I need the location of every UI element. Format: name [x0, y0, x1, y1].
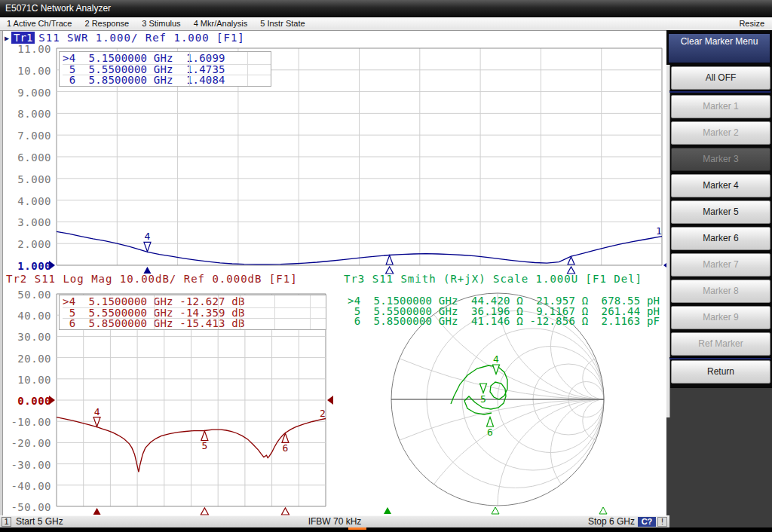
alert-indicator[interactable]: !	[657, 517, 667, 527]
marker-4-glyph[interactable]	[493, 365, 500, 375]
menubar: 1 Active Ch/Trace 2 Response 3 Stimulus …	[0, 17, 772, 31]
stimulus-marker-triangle[interactable]	[599, 507, 607, 514]
titlebar[interactable]: E5071C Network Analyzer	[0, 0, 772, 17]
marker-4-glyph[interactable]	[93, 417, 100, 427]
statusbar: 1 Start 5 GHz IFBW 70 kHz Stop 6 GHz C? …	[0, 515, 669, 528]
marker-5-glyph[interactable]	[386, 255, 393, 264]
tr3-marker-table: >4 5.1500000 GHz 44.420 Ω 21.957 Ω 678.5…	[345, 295, 664, 330]
window-left-edge	[0, 31, 3, 515]
menu-instr-state[interactable]: 5 Instr State	[260, 17, 305, 30]
softkey-marker-3[interactable]: Marker 3	[671, 148, 770, 171]
y-axis-tick: -40.00	[11, 481, 51, 492]
softkey-separator	[669, 90, 770, 93]
softkey-menu-title: Clear Marker Menu	[668, 33, 770, 63]
y-axis-tick: 40.00	[11, 310, 51, 322]
y-axis-tick: -30.00	[11, 460, 51, 471]
softkey-ref-marker: Ref Marker	[671, 332, 770, 356]
stimulus-marker-triangle[interactable]	[143, 267, 151, 274]
softkey-marker-5[interactable]: Marker 5	[671, 200, 770, 224]
taskbar-hint	[348, 527, 366, 530]
stimulus-marker-triangle[interactable]	[384, 507, 391, 514]
marker-5-glyph[interactable]	[480, 384, 487, 393]
tr1-header[interactable]: ▶Tr1S11 SWR 1.000/ Ref 1.000 [F1]	[5, 32, 245, 44]
marker-6-glyph[interactable]	[487, 417, 494, 427]
y-axis-tick: 10.00	[11, 66, 51, 77]
menu-resize[interactable]: Resize	[739, 17, 764, 30]
stimulus-marker-triangle[interactable]	[492, 507, 499, 514]
stimulus-marker-triangle[interactable]	[201, 508, 208, 515]
tr1-badge: Tr1	[11, 32, 35, 44]
stimulus-marker-triangle[interactable]	[568, 267, 575, 274]
y-axis-tick: 50.00	[11, 289, 51, 301]
instrument-screen: E5071C Network Analyzer 1 Active Ch/Trac…	[0, 0, 772, 532]
y-axis-tick: 11.00	[11, 44, 51, 55]
svg-text:5: 5	[480, 393, 486, 405]
bottom-edge	[0, 527, 772, 532]
y-axis-tick: -50.00	[11, 502, 51, 513]
softkey-marker-9: Marker 9	[671, 306, 770, 329]
stimulus-marker-triangle[interactable]	[93, 508, 101, 515]
softkey-separator	[669, 357, 770, 359]
menu-stimulus[interactable]: 3 Stimulus	[142, 17, 180, 30]
svg-text:4: 4	[94, 406, 100, 417]
menu-mkr-analysis[interactable]: 4 Mkr/Analysis	[194, 17, 248, 30]
tr2-marker-table: >4 5.1500000 GHz -12.627 dB 5 5.5500000 …	[59, 295, 326, 330]
y-axis-tick: 7.000	[11, 130, 51, 142]
svg-text:6: 6	[283, 442, 289, 454]
svg-text:6: 6	[487, 427, 493, 438]
y-axis-tick: 2.000	[11, 239, 51, 250]
y-axis-tick: 6.000	[11, 152, 51, 164]
tr1-marker-table: >4 5.1500000 GHz 1.6099 5 5.5500000 GHz …	[59, 51, 271, 87]
softkey-marker-6[interactable]: Marker 6	[671, 227, 770, 250]
softkey-marker-4[interactable]: Marker 4	[671, 174, 770, 197]
svg-text:5: 5	[201, 440, 207, 451]
marker-5-glyph[interactable]	[201, 431, 208, 441]
softkey-return[interactable]: Return	[671, 360, 770, 384]
svg-text:2: 2	[320, 408, 326, 419]
softkey-marker-2: Marker 2	[671, 121, 770, 145]
softkey-scroll-lane[interactable]	[666, 65, 670, 417]
stimulus-marker-triangle[interactable]	[386, 267, 394, 274]
softkey-marker-1: Marker 1	[671, 95, 770, 118]
y-axis-tick: 3.000	[11, 217, 51, 228]
svg-text:4: 4	[493, 353, 499, 365]
window-title: E5071C Network Analyzer	[5, 3, 111, 14]
tr3-trace	[451, 365, 507, 414]
active-trace-arrow-icon: ▶	[5, 34, 9, 42]
stimulus-marker-triangle[interactable]	[281, 508, 289, 515]
y-axis-tick: 30.00	[11, 332, 51, 343]
softkey-marker-7: Marker 7	[671, 253, 770, 277]
y-axis-tick: -10.00	[11, 417, 51, 428]
y-axis-tick: -20.00	[11, 438, 51, 449]
ifbw-label[interactable]: IFBW 70 kHz	[0, 516, 669, 527]
y-axis-tick: 20.00	[11, 353, 51, 365]
softkey-sidebar: Clear Marker Menu All OFF Marker 1 Marke…	[666, 30, 772, 532]
y-axis-tick: 9.000	[11, 87, 51, 99]
stop-frequency-label[interactable]: Stop 6 GHz	[588, 516, 635, 527]
y-axis-tick: 5.000	[11, 174, 51, 185]
y-axis-tick: 0.000	[11, 396, 51, 407]
menu-response[interactable]: 2 Response	[84, 17, 129, 30]
marker-4-glyph[interactable]	[144, 242, 151, 252]
marker-readout-row: 6 5.8500000 GHz 41.146 Ω -12.856 Ω 2.116…	[348, 316, 664, 327]
tr1-format-text: S11 SWR 1.000/ Ref 1.000 [F1]	[38, 32, 244, 44]
menu-active-ch-trace[interactable]: 1 Active Ch/Trace	[7, 17, 72, 30]
marker-readout-row: 6 5.8500000 GHz 1.4084	[63, 75, 271, 86]
marker-readout-row: 6 5.8500000 GHz -15.413 dB	[63, 319, 326, 329]
svg-text:4: 4	[145, 231, 151, 242]
y-axis-tick: 8.000	[11, 109, 51, 120]
softkey-all-off[interactable]: All OFF	[671, 66, 770, 90]
softkey-marker-8: Marker 8	[671, 280, 770, 303]
ref-level-triangle-right	[327, 396, 333, 405]
y-axis-tick: 1.000	[11, 261, 51, 272]
y-axis-tick: 4.000	[11, 196, 51, 207]
correction-status-badge: C?	[638, 517, 656, 527]
svg-text:1: 1	[656, 225, 662, 237]
y-axis-tick: 10.00	[11, 375, 51, 386]
